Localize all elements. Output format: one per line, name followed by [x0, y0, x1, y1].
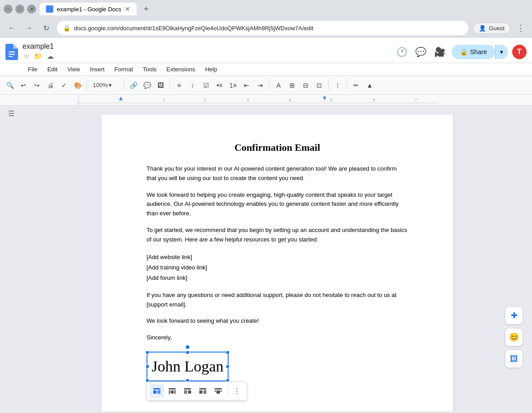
history-button[interactable]: 🕐 [395, 45, 409, 59]
comment-button[interactable]: 💬 [141, 79, 153, 92]
collapse-toolbar-button[interactable]: ▲ [363, 79, 376, 92]
folder-icon[interactable]: 📁 [33, 51, 43, 61]
img-align-right-button[interactable] [180, 384, 195, 398]
new-tab-button[interactable]: + [140, 3, 152, 16]
smart-compose-button[interactable]: ✚ [505, 306, 523, 325]
cloud-icon[interactable]: ☁ [46, 51, 55, 61]
handle-top-right[interactable] [226, 351, 229, 354]
svg-rect-35 [220, 390, 222, 392]
search-button[interactable]: 🔍 [4, 79, 16, 92]
outline-icon[interactable]: ☰ [8, 109, 14, 408]
link-1[interactable]: [Add website link] [147, 252, 408, 262]
handle-top-mid[interactable] [186, 351, 189, 354]
docs-title[interactable]: example1 [23, 42, 390, 51]
sincerely-text[interactable]: Sincerely, [147, 333, 408, 343]
menu-help[interactable]: Help [201, 64, 222, 74]
refresh-button[interactable]: ↻ [40, 22, 52, 34]
svg-rect-0 [9, 51, 15, 52]
paragraph-2[interactable]: We look forward to helping you create en… [147, 190, 408, 218]
menu-format[interactable]: Format [110, 64, 138, 74]
undo-button[interactable]: ↩ [17, 79, 30, 92]
separator-4 [269, 80, 270, 91]
svg-marker-13 [323, 97, 326, 100]
link-button[interactable]: 🔗 [127, 79, 140, 92]
back-button[interactable]: ← [5, 22, 18, 34]
address-bar[interactable]: 🔒 docs.google.com/document/d/1sE9OlkaHyn… [57, 21, 468, 35]
maximize-button[interactable]: □ [15, 5, 24, 14]
svg-text:6: 6 [373, 97, 375, 102]
document-container[interactable]: Confirmation Email Thank you for your in… [23, 106, 532, 411]
menu-edit[interactable]: Edit [43, 64, 62, 74]
redo-button[interactable]: ↪ [31, 79, 43, 92]
image-insert-button[interactable]: 🖼 [505, 350, 523, 368]
zoom-selector[interactable]: 100% ▾ [90, 80, 121, 90]
docs-menubar: File Edit View Insert Format Tools Exten… [0, 63, 532, 76]
menu-view[interactable]: View [63, 64, 84, 74]
address-bar-row: ← → ↻ 🔒 docs.google.com/document/d/1sE9O… [0, 18, 532, 38]
separator-2 [124, 80, 124, 91]
share-dropdown-button[interactable]: ▾ [495, 45, 508, 59]
profile-label: Guest [489, 25, 504, 32]
edit-mode-button[interactable]: ✏ [350, 79, 362, 92]
meet-button[interactable]: 🎥 [433, 45, 447, 59]
img-align-break-button[interactable] [211, 384, 225, 398]
forward-button[interactable]: → [23, 22, 35, 34]
handle-mid-left[interactable] [146, 365, 149, 368]
svg-text:7: 7 [415, 97, 417, 102]
browser-menu-button[interactable]: ⋮ [515, 21, 527, 35]
close-button[interactable]: ✕ [27, 5, 36, 14]
document-page: Confirmation Email Thank you for your in… [101, 115, 453, 411]
crop-button[interactable]: ⊡ [313, 79, 326, 92]
svg-rect-21 [174, 390, 176, 392]
print-button[interactable]: 🖨 [44, 79, 57, 92]
align-button[interactable]: ≡ [173, 79, 185, 92]
paragraph-4[interactable]: If you have any questions or need additi… [147, 291, 408, 310]
signature-image-selected[interactable]: John Logan [147, 352, 229, 381]
handle-top-center[interactable] [186, 345, 189, 349]
img-align-center-button[interactable] [165, 384, 179, 398]
share-button-group: 🔒 Share ▾ [452, 45, 508, 59]
share-button[interactable]: 🔒 Share [452, 45, 495, 59]
more-formats-button[interactable]: ⋮ [331, 79, 344, 92]
tab-close-button[interactable]: ✕ [125, 5, 130, 13]
comments-button[interactable]: 💬 [414, 45, 428, 59]
signature-container[interactable]: John Logan [147, 352, 229, 381]
numbered-list-button[interactable]: 1≡ [227, 79, 239, 92]
svg-rect-2 [9, 56, 13, 57]
paint-format-button[interactable]: 🎨 [71, 79, 84, 92]
menu-tools[interactable]: Tools [138, 64, 161, 74]
increase-indent-button[interactable]: ⇥ [254, 79, 266, 92]
decrease-indent-button[interactable]: ⇤ [240, 79, 253, 92]
emoji-button[interactable]: 😊 [505, 328, 523, 346]
paragraph-3[interactable]: To get started, we recommend that you be… [147, 226, 408, 245]
link-2[interactable]: [Add training video link] [147, 262, 408, 273]
highlight-button[interactable]: A [272, 79, 285, 92]
star-icon[interactable]: ☆ [23, 51, 30, 61]
bullet-list-button[interactable]: •≡ [213, 79, 226, 92]
paragraph-5[interactable]: We look forward to seeing what you creat… [147, 316, 408, 326]
checklist-button[interactable]: ☑ [200, 79, 212, 92]
text-align-button[interactable]: ⊞ [286, 79, 298, 92]
handle-top-left[interactable] [146, 351, 149, 354]
paragraph-1[interactable]: Thank you for your interest in our AI-po… [147, 164, 408, 183]
table-button[interactable]: ⊟ [299, 79, 312, 92]
user-avatar[interactable]: T [512, 45, 527, 59]
svg-rect-20 [169, 390, 170, 392]
browser-tab[interactable]: example1 - Google Docs ✕ [40, 3, 137, 15]
spellcheck-button[interactable]: ✓ [58, 79, 70, 92]
img-align-wrap-button[interactable] [196, 384, 210, 398]
profile-button[interactable]: 👤 Guest [473, 23, 510, 34]
svg-rect-19 [171, 390, 174, 394]
img-align-inline-button[interactable] [150, 384, 164, 398]
menu-extensions[interactable]: Extensions [162, 64, 200, 74]
image-button[interactable]: 🖼 [154, 79, 167, 92]
menu-insert[interactable]: Insert [85, 64, 109, 74]
img-more-button[interactable]: ⋮ [229, 384, 244, 398]
minimize-button[interactable]: ─ [4, 5, 13, 14]
menu-file[interactable]: File [23, 64, 42, 74]
line-spacing-button[interactable]: ↕ [186, 79, 199, 92]
link-3[interactable]: [Add forum link] [147, 273, 408, 283]
svg-rect-22 [169, 392, 170, 394]
share-label: Share [470, 48, 487, 56]
handle-mid-right[interactable] [226, 365, 229, 368]
